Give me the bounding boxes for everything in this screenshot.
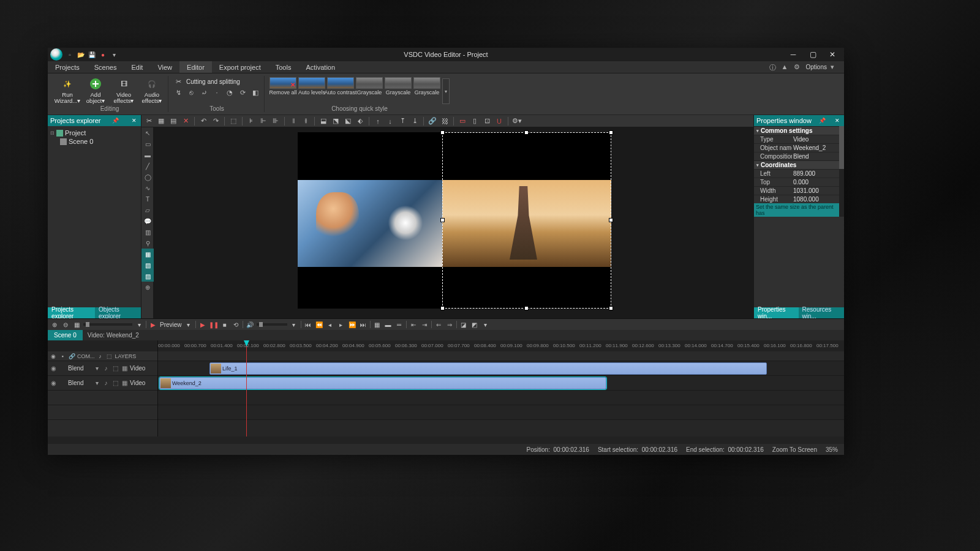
stop-icon[interactable]: ■ — [221, 320, 229, 329]
tool-more-icon[interactable]: ◧ — [251, 88, 260, 97]
properties-list[interactable]: Common settings TypeVideo Object nameWee… — [754, 126, 844, 217]
track-head-2[interactable]: ◉ Blend ▾ ♪⬚▦ Video — [48, 376, 157, 391]
menu-tools[interactable]: Tools — [268, 61, 299, 73]
tree-scene-0[interactable]: Scene 0 — [49, 137, 140, 146]
resize-handle-bm[interactable] — [524, 306, 529, 310]
order-bottom-icon[interactable]: ⤓ — [410, 116, 420, 126]
view-3-icon[interactable]: ═ — [395, 320, 404, 329]
pause-icon[interactable]: ❚❚ — [209, 320, 218, 329]
timeline-track-empty-2[interactable] — [158, 405, 844, 420]
tab-properties-window[interactable]: Properties win... — [754, 307, 799, 318]
order-up-icon[interactable]: ↑ — [373, 116, 383, 126]
prop-hint[interactable]: Set the same size as the parent has — [754, 203, 844, 217]
zoom-to-screen-button[interactable]: Zoom To Screen — [772, 446, 817, 453]
goto-end-icon[interactable]: ⏭ — [359, 320, 368, 329]
resize-handle-br[interactable] — [609, 306, 613, 310]
add-object-button[interactable]: Addobject▾ — [83, 76, 108, 105]
loop-icon[interactable]: ⟲ — [232, 320, 240, 329]
undo-icon[interactable]: ↶ — [198, 116, 208, 126]
timeline-ruler[interactable]: 00:00.00000:00.70000:01.40000:02.10000:0… — [158, 340, 844, 351]
track-head-1[interactable]: ◉ Blend ▾ ♪⬚▦ Video — [48, 361, 157, 376]
tab-projects-explorer[interactable]: Projects explorer — [48, 307, 95, 318]
rewind-icon[interactable]: ⏪ — [315, 320, 323, 329]
dist-2-icon[interactable]: ⬔ — [331, 116, 341, 126]
ts-animation-icon[interactable]: ⚲ — [141, 238, 154, 249]
copy-icon[interactable]: ▦ — [156, 116, 166, 126]
extra-1-icon[interactable]: ◪ — [459, 320, 468, 329]
ts-ellipse-icon[interactable]: ◯ — [141, 171, 154, 182]
chevron-down-icon[interactable]: ▾ — [93, 365, 100, 372]
style-grayscale-1[interactable]: Grayscale — [356, 77, 383, 96]
clip-weekend-2[interactable]: Weekend_2 — [159, 377, 606, 389]
unlink-icon[interactable]: ⛓ — [440, 116, 450, 126]
link-header-icon[interactable]: 🔗 — [68, 353, 75, 359]
resize-handle-mr[interactable] — [609, 218, 613, 222]
tool-crop-icon[interactable]: ↯ — [173, 88, 183, 97]
eye-header-icon[interactable]: ◉ — [50, 353, 57, 359]
prop-pin-icon[interactable]: 📌 — [817, 118, 827, 124]
remove-track-icon[interactable]: ⊖ — [61, 320, 70, 329]
resize-handle-tr[interactable] — [609, 130, 613, 135]
tracks-icon[interactable]: ▦ — [72, 320, 81, 329]
style-auto-contrast[interactable]: Auto contrast — [327, 77, 354, 96]
paste-icon[interactable]: ▤ — [168, 116, 178, 126]
redo-icon[interactable]: ↷ — [211, 116, 221, 126]
valign-2-icon[interactable]: ⫵ — [301, 116, 311, 126]
rec-square-icon[interactable]: ▭ — [458, 116, 467, 126]
zoom-drop-icon[interactable]: ▾ — [135, 320, 143, 329]
menu-scenes[interactable]: Scenes — [87, 61, 124, 73]
snap-icon[interactable]: ⊡ — [482, 116, 492, 126]
ts-chat-icon[interactable]: 💬 — [141, 216, 154, 227]
align-left-icon[interactable]: ⬚ — [228, 116, 238, 126]
guides-icon[interactable]: ▯ — [470, 116, 480, 126]
ts-line-icon[interactable]: ╱ — [141, 160, 154, 171]
extra-drop-icon[interactable]: ▾ — [481, 320, 490, 329]
align-2-icon[interactable]: ⊩ — [258, 116, 268, 126]
tool-rotate-icon[interactable]: ⤾ — [199, 88, 209, 97]
dist-1-icon[interactable]: ⬓ — [318, 116, 328, 126]
settings-drop-icon[interactable]: ⚙▾ — [512, 116, 522, 126]
track2-eye-icon[interactable]: ◉ — [50, 380, 57, 386]
delete-icon[interactable]: ✕ — [181, 116, 190, 126]
play2-icon[interactable]: ▶ — [198, 320, 207, 329]
audio-header-icon[interactable]: ♪ — [97, 353, 104, 359]
selection-box[interactable] — [442, 132, 611, 309]
minimize-button[interactable]: ─ — [789, 50, 797, 59]
new-icon[interactable]: ▫ — [66, 51, 74, 58]
panel-close-icon[interactable]: ✕ — [130, 118, 138, 124]
valign-1-icon[interactable]: ⫴ — [288, 116, 298, 126]
tab-resources-window[interactable]: Resources win... — [799, 307, 844, 318]
help-icon[interactable]: ⓘ — [769, 63, 778, 72]
vol-drop-icon[interactable]: ▾ — [290, 320, 298, 329]
order-top-icon[interactable]: ⤒ — [398, 116, 407, 126]
step-fwd-icon[interactable]: ▸ — [337, 320, 345, 329]
view-2-icon[interactable]: ▬ — [384, 320, 393, 329]
cut-icon[interactable]: ✂ — [144, 116, 154, 126]
align-1-icon[interactable]: ⊧ — [246, 116, 256, 126]
snap-left-icon[interactable]: ⇐ — [434, 320, 443, 329]
tool-speed-icon[interactable]: ◔ — [225, 88, 235, 97]
timeline-track-1[interactable]: Life_1 — [158, 361, 844, 376]
properties-scrollbar[interactable] — [839, 126, 844, 217]
pin-icon[interactable]: 📌 — [110, 118, 121, 124]
audio-effects-button[interactable]: 🎧 Audioeffects▾ — [140, 76, 164, 105]
timeline-track-2[interactable]: Weekend_2 — [158, 376, 844, 391]
play-icon[interactable]: ▶ — [149, 320, 157, 329]
ts-image-icon[interactable]: ▬ — [141, 149, 154, 160]
ts-curve-icon[interactable]: ∿ — [141, 182, 154, 193]
gear-icon[interactable]: ⚙ — [794, 63, 802, 72]
qat-dropdown-icon[interactable]: ▾ — [110, 51, 118, 58]
canvas-preview[interactable] — [154, 127, 753, 318]
menu-edit[interactable]: Edit — [124, 61, 150, 73]
ts-tooltip-icon[interactable]: ▱ — [141, 204, 154, 216]
style-auto-levels[interactable]: Auto levels — [298, 77, 325, 96]
add-track-icon[interactable]: ⊕ — [50, 320, 59, 329]
ts-rect-icon[interactable]: ▭ — [141, 138, 154, 149]
snap-right-icon[interactable]: ⇒ — [445, 320, 454, 329]
dist-4-icon[interactable]: ⬖ — [355, 116, 365, 126]
menu-activation[interactable]: Activation — [298, 61, 342, 73]
ts-counter-icon[interactable]: ⊕ — [141, 282, 154, 293]
layers-header-icon[interactable]: ⬚ — [106, 353, 113, 359]
menu-editor[interactable]: Editor — [179, 61, 212, 73]
lock-header-icon[interactable]: ▪ — [59, 353, 66, 359]
